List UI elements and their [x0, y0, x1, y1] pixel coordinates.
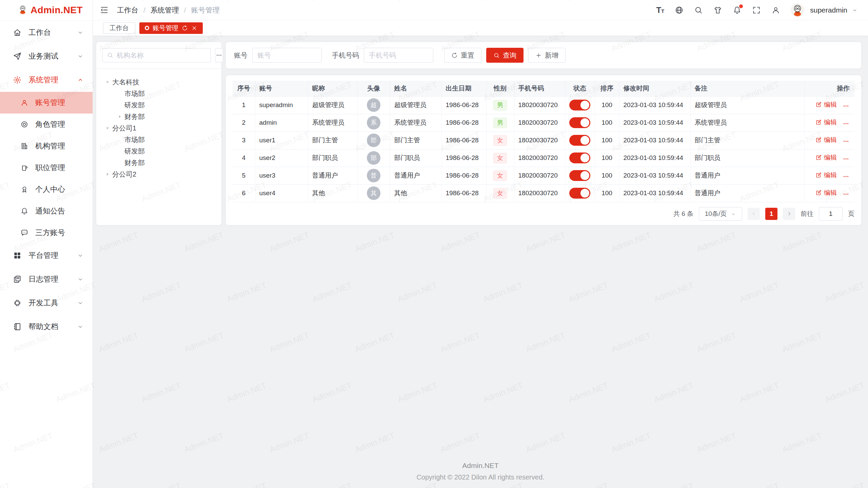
phone-input[interactable] [364, 48, 433, 63]
chevron-down-icon [77, 53, 84, 60]
tree-node[interactable]: 分公司1 [102, 122, 215, 134]
caret-icon[interactable] [117, 114, 123, 120]
edit-button[interactable]: 编辑 [815, 118, 837, 127]
sidebar-item-chat[interactable]: 三方账号 [0, 222, 93, 244]
search-button[interactable]: 查询 [486, 48, 524, 63]
total-count: 共 6 条 [673, 209, 693, 218]
tab-workbench[interactable]: 工作台 [103, 22, 135, 34]
edit-button[interactable]: 编辑 [815, 171, 837, 180]
sidebar-item-home[interactable]: 工作台 [0, 21, 93, 44]
goto-page-input[interactable] [819, 207, 843, 221]
next-page-button[interactable] [783, 208, 795, 220]
sidebar-item-bell[interactable]: 通知公告 [0, 200, 93, 222]
theme-icon[interactable] [713, 6, 722, 15]
username[interactable]: superadmin [810, 6, 847, 14]
sidebar-item-logs[interactable]: 日志管理 [0, 267, 93, 291]
org-search-input[interactable] [102, 48, 211, 62]
plus-icon [535, 52, 542, 59]
table-row: 4user2部门职员部部门职员1986-06-28女18020030720100… [233, 149, 854, 167]
status-toggle[interactable] [569, 152, 590, 163]
status-toggle[interactable] [569, 135, 590, 146]
row-more-button[interactable] [842, 173, 850, 180]
table-row: 1superadmin超级管理员超超级管理员1986-06-28男1802003… [233, 96, 854, 114]
sidebar-item-gear[interactable]: 系统管理 [0, 68, 93, 92]
close-icon[interactable] [191, 25, 197, 31]
app: Admin.NET 工作台业务测试系统管理账号管理角色管理机构管理职位管理个人中… [0, 0, 868, 488]
page-1-button[interactable]: 1 [765, 208, 777, 220]
cell-name: 部门主管 [390, 131, 441, 149]
tree-node[interactable]: 财务部 [102, 157, 215, 168]
sidebar-item-user[interactable]: 账号管理 [0, 92, 93, 114]
edit-button[interactable]: 编辑 [815, 136, 837, 144]
sidebar-item-position[interactable]: 职位管理 [0, 157, 93, 179]
avatar: 系 [367, 116, 380, 129]
cell-nickname: 超级管理员 [308, 96, 357, 114]
chevron-down-icon[interactable] [852, 7, 858, 13]
tree-node[interactable]: 研发部 [102, 145, 215, 157]
org-search-field[interactable] [117, 52, 206, 59]
breadcrumb-item[interactable]: 工作台 [117, 5, 138, 15]
caret-icon[interactable] [104, 125, 111, 131]
edit-button[interactable]: 编辑 [815, 100, 837, 109]
reset-button[interactable]: 重置 [444, 48, 481, 63]
add-button[interactable]: 新增 [528, 48, 566, 63]
cell-actions: 编辑 [804, 184, 854, 202]
fullscreen-icon[interactable] [752, 6, 761, 15]
column-header: 备注 [690, 81, 804, 96]
row-more-button[interactable] [842, 120, 850, 127]
column-header: 昵称 [308, 81, 357, 96]
search-icon[interactable] [694, 6, 703, 15]
sidebar-item-label: 工作台 [28, 27, 51, 38]
row-more-button[interactable] [842, 102, 850, 110]
sidebar-item-role[interactable]: 角色管理 [0, 114, 93, 135]
breadcrumb-item[interactable]: 系统管理 [151, 5, 179, 15]
tab-account-management[interactable]: 账号管理 [139, 22, 203, 34]
notification-icon[interactable] [733, 6, 742, 15]
sidebar-item-chip[interactable]: 开发工具 [0, 291, 93, 315]
status-toggle[interactable] [569, 188, 590, 199]
row-more-button[interactable] [842, 190, 850, 198]
row-more-button[interactable] [842, 138, 850, 145]
org-more-button[interactable] [215, 48, 223, 62]
sidebar-item-send[interactable]: 业务测试 [0, 44, 93, 68]
tree-node[interactable]: 财务部 [102, 111, 215, 122]
user-table-card: 序号账号昵称头像姓名出生日期性别手机号码状态排序修改时间备注操作 1supera… [226, 75, 861, 225]
font-size-icon[interactable]: TT [656, 6, 664, 15]
cell-status [565, 184, 595, 202]
sidebar-item-book[interactable]: 帮助文档 [0, 315, 93, 339]
chevron-down-icon [77, 323, 84, 330]
tree-node[interactable]: 市场部 [102, 88, 215, 99]
sidebar-item-org[interactable]: 机构管理 [0, 135, 93, 157]
status-toggle[interactable] [569, 100, 590, 110]
tree-node-label: 研发部 [124, 101, 145, 110]
status-toggle[interactable] [569, 170, 590, 181]
tree-node[interactable]: 分公司2 [102, 168, 215, 180]
cell-gender: 女 [486, 149, 514, 167]
prev-page-button[interactable] [748, 208, 760, 220]
profile-icon[interactable] [771, 6, 780, 15]
edit-button[interactable]: 编辑 [815, 188, 837, 197]
bell-icon [20, 207, 28, 215]
sidebar-item-grid[interactable]: 平台管理 [0, 244, 93, 267]
tree-node[interactable]: 大名科技 [102, 76, 215, 88]
language-icon[interactable] [675, 6, 684, 15]
row-more-button[interactable] [842, 155, 850, 163]
sidebar-item-profile[interactable]: 个人中心 [0, 179, 93, 200]
breadcrumb: 工作台 / 系统管理 / 账号管理 [117, 5, 220, 15]
logo[interactable]: Admin.NET [0, 0, 93, 21]
cell-sort: 100 [595, 149, 619, 167]
tree-node[interactable]: 研发部 [102, 99, 215, 111]
caret-icon[interactable] [104, 171, 111, 177]
page-size-select[interactable]: 10条/页 [699, 207, 742, 221]
cell-nickname: 部门主管 [308, 131, 357, 149]
refresh-icon[interactable] [182, 25, 188, 31]
cell-sort: 100 [595, 96, 619, 114]
menu-fold-icon[interactable] [100, 5, 109, 15]
user-avatar[interactable] [791, 3, 804, 17]
account-input[interactable] [252, 48, 322, 63]
status-toggle[interactable] [569, 117, 590, 128]
tree-node[interactable]: 市场部 [102, 134, 215, 145]
column-header: 排序 [595, 81, 619, 96]
edit-button[interactable]: 编辑 [815, 153, 837, 162]
caret-icon[interactable] [104, 79, 111, 85]
